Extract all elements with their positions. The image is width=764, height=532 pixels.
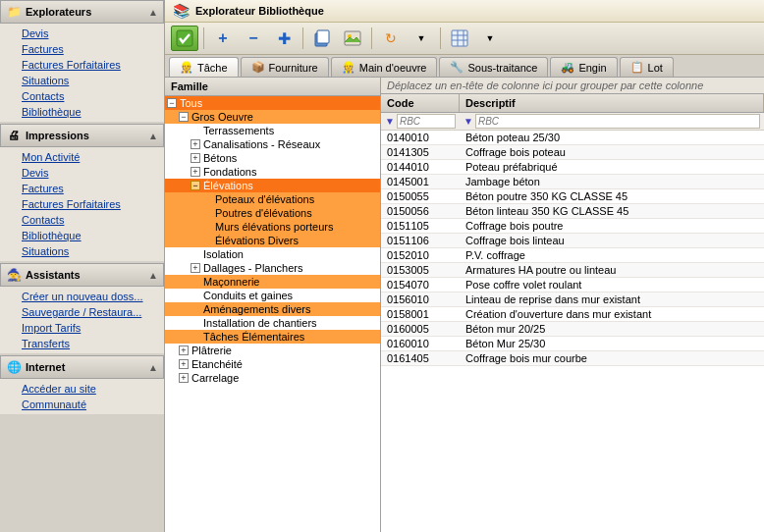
- table-row[interactable]: 0154070 Pose coffre volet roulant: [381, 278, 764, 293]
- tab-engin[interactable]: 🚜 Engin: [550, 57, 617, 77]
- table-row[interactable]: 0151106 Coffrage bois linteau: [381, 234, 764, 248]
- sidebar-header-assistants[interactable]: 🧙 Assistants ▲: [0, 263, 164, 287]
- tab-tache[interactable]: 👷 Tâche: [169, 57, 239, 77]
- copy-button[interactable]: [308, 26, 336, 51]
- add-button[interactable]: +: [209, 26, 237, 51]
- expand-gros-oeuvre[interactable]: −: [179, 112, 189, 122]
- sidebar-item-nouveau-dossier[interactable]: Créer un nouveau doss...: [0, 289, 164, 304]
- tree-item-label-dallages: Dallages - Planchers: [203, 262, 303, 274]
- image-button[interactable]: [339, 26, 366, 51]
- sidebar-item-bibliotheque[interactable]: Bibliothèque: [0, 104, 164, 120]
- tree-item-installation[interactable]: Installation de chantiers: [165, 316, 380, 330]
- tree-item-murs[interactable]: Murs élévations porteurs: [165, 220, 380, 234]
- refresh-down-button[interactable]: ▼: [408, 26, 435, 51]
- tab-engin-label: Engin: [578, 62, 606, 74]
- sidebar-item-mon-activite[interactable]: Mon Activité: [0, 149, 164, 165]
- tree-item-carrelage[interactable]: + Carrelage: [165, 371, 380, 385]
- expand-elevations[interactable]: −: [191, 181, 200, 190]
- tab-sous-traitance[interactable]: 🔧 Sous-traitance: [439, 57, 548, 77]
- table-row[interactable]: 0158001 Création d'ouverture dans mur ex…: [381, 307, 764, 322]
- sidebar-header-explorateurs[interactable]: 📁 Explorateurs ▲: [0, 0, 164, 24]
- col-header-code[interactable]: Code: [381, 94, 460, 112]
- sidebar-header-internet[interactable]: 🌐 Internet ▲: [0, 355, 164, 379]
- table-row[interactable]: 0140010 Béton poteau 25/30: [381, 131, 764, 145]
- expand-canalisations[interactable]: +: [191, 139, 200, 149]
- tree-item-fondations[interactable]: + Fondations: [165, 165, 380, 179]
- add2-button[interactable]: ✚: [270, 26, 298, 51]
- tree-item-taches-elem[interactable]: Tâches Élémentaires: [165, 330, 380, 344]
- table-row[interactable]: 0141305 Coffrage bois poteau: [381, 145, 764, 160]
- sidebar-item-sauvegarde[interactable]: Sauvegarde / Restaura...: [0, 304, 164, 320]
- expand-etancheite[interactable]: +: [179, 359, 189, 369]
- tree-item-poteaux[interactable]: Poteaux d'élévations: [165, 192, 380, 206]
- table-row[interactable]: 0161405 Coffrage bois mur courbe: [381, 351, 764, 366]
- sidebar-item-acces-site[interactable]: Accéder au site: [0, 381, 164, 397]
- tree-container[interactable]: − Tous − Gros Oeuvre Terrassements + Can…: [165, 96, 380, 532]
- sidebar-item-bibliotheque2[interactable]: Bibliothèque: [0, 228, 164, 243]
- refresh-button[interactable]: ↻: [377, 26, 405, 51]
- table-row[interactable]: 0150055 Béton poutre 350 KG CLASSE 45: [381, 189, 764, 204]
- table-row[interactable]: 0150056 Béton linteau 350 KG CLASSE 45: [381, 204, 764, 219]
- sidebar-item-factures[interactable]: Factures: [0, 41, 164, 57]
- tab-main-oeuvre[interactable]: 👷 Main d'oeuvre: [331, 57, 438, 77]
- sidebar-header-impressions[interactable]: 🖨 Impressions ▲: [0, 124, 164, 147]
- expand-dallages[interactable]: +: [191, 263, 200, 273]
- tree-item-label-canalisations: Canalisations - Réseaux: [203, 138, 320, 150]
- grid-body[interactable]: 0140010 Béton poteau 25/30 0141305 Coffr…: [381, 131, 764, 532]
- tree-item-elevations[interactable]: − Élévations: [165, 179, 380, 192]
- table-row[interactable]: 0144010 Poteau préfabriqué: [381, 160, 764, 175]
- expand-carrelage[interactable]: +: [179, 373, 189, 383]
- expand-fondations[interactable]: +: [191, 167, 200, 177]
- table-row[interactable]: 0160010 Béton Mur 25/30: [381, 337, 764, 351]
- filter-input-desc[interactable]: [475, 114, 760, 129]
- sidebar-item-contacts[interactable]: Contacts: [0, 88, 164, 104]
- sidebar-item-communaute[interactable]: Communauté: [0, 397, 164, 412]
- copy-icon: [312, 28, 332, 48]
- tab-lot[interactable]: 📋 Lot: [620, 57, 674, 77]
- tree-item-maconnerie[interactable]: Maçonnerie: [165, 275, 380, 289]
- tree-item-betons[interactable]: + Bétons: [165, 151, 380, 165]
- cell-descriptif: Jambage béton: [460, 175, 764, 188]
- table-row[interactable]: 0156010 Linteau de reprise dans mur exis…: [381, 293, 764, 307]
- sidebar-item-factures-forfaitaires2[interactable]: Factures Forfaitaires: [0, 196, 164, 212]
- cell-descriptif: Armatures HA poutre ou linteau: [460, 263, 764, 277]
- table-row[interactable]: 0160005 Béton mur 20/25: [381, 322, 764, 337]
- filter-input-code[interactable]: [397, 114, 456, 129]
- table-row[interactable]: 0153005 Armatures HA poutre ou linteau: [381, 263, 764, 278]
- sidebar-item-situations2[interactable]: Situations: [0, 243, 164, 259]
- tree-item-amenagements[interactable]: Aménagements divers: [165, 302, 380, 316]
- tree-item-terrassements[interactable]: Terrassements: [165, 124, 380, 137]
- tree-item-etancheite[interactable]: + Etanchéité: [165, 357, 380, 371]
- tree-item-isolation[interactable]: Isolation: [165, 247, 380, 261]
- sidebar-item-import-tarifs[interactable]: Import Tarifs: [0, 320, 164, 336]
- grid-button[interactable]: [446, 26, 473, 51]
- sidebar-item-situations[interactable]: Situations: [0, 73, 164, 88]
- remove-button[interactable]: −: [240, 26, 267, 51]
- cell-descriptif: Linteau de reprise dans mur existant: [460, 293, 764, 306]
- filter-icon-desc: ▼: [464, 116, 473, 127]
- tree-item-poutres[interactable]: Poutres d'élévations: [165, 206, 380, 220]
- sidebar-item-contacts2[interactable]: Contacts: [0, 212, 164, 228]
- sidebar-item-factures-forfaitaires[interactable]: Factures Forfaitaires: [0, 57, 164, 73]
- table-row[interactable]: 0151105 Coffrage bois poutre: [381, 219, 764, 234]
- tree-item-canalisations[interactable]: + Canalisations - Réseaux: [165, 137, 380, 151]
- sidebar-item-devis2[interactable]: Devis: [0, 165, 164, 181]
- tree-item-dallages[interactable]: + Dallages - Planchers: [165, 261, 380, 275]
- expand-platrerie[interactable]: +: [179, 346, 189, 355]
- sidebar-item-transferts[interactable]: Transferts: [0, 336, 164, 351]
- expand-tous[interactable]: −: [167, 98, 177, 108]
- tree-item-gros-oeuvre[interactable]: − Gros Oeuvre: [165, 110, 380, 124]
- tree-item-conduits[interactable]: Conduits et gaines: [165, 289, 380, 302]
- sidebar-item-factures2[interactable]: Factures: [0, 181, 164, 196]
- grid-down-button[interactable]: ▼: [476, 26, 504, 51]
- expand-betons[interactable]: +: [191, 153, 200, 163]
- tab-fourniture[interactable]: 📦 Fourniture: [241, 57, 329, 77]
- table-row[interactable]: 0152010 P.V. coffrage: [381, 248, 764, 263]
- col-header-descriptif[interactable]: Descriptif: [460, 94, 764, 112]
- tree-item-elev-divers[interactable]: Élévations Divers: [165, 234, 380, 247]
- tree-item-platrerie[interactable]: + Plâtrerie: [165, 344, 380, 357]
- sidebar-item-devis[interactable]: Devis: [0, 26, 164, 41]
- table-row[interactable]: 0145001 Jambage béton: [381, 175, 764, 189]
- validate-button[interactable]: [171, 26, 198, 51]
- tree-item-tous[interactable]: − Tous: [165, 96, 380, 110]
